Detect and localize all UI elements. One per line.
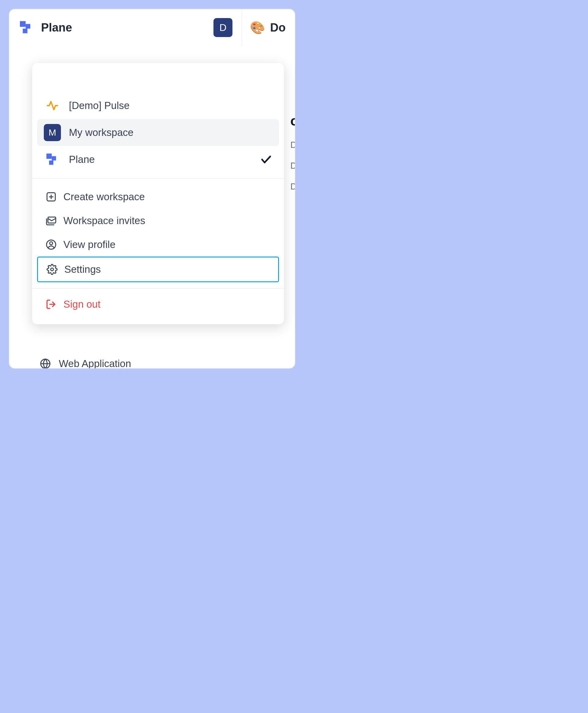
action-label: Create workspace (63, 191, 145, 203)
svg-point-12 (51, 268, 54, 271)
workspace-letter-icon: M (44, 124, 61, 141)
action-label: Workspace invites (63, 215, 145, 226)
pulse-icon (44, 97, 61, 114)
create-workspace-item[interactable]: Create workspace (37, 185, 279, 209)
gear-icon (46, 264, 58, 275)
workspace-label: Plane (69, 154, 252, 165)
bg-title-fragment: ole (290, 113, 295, 129)
workspace-label: [Demo] Pulse (69, 100, 272, 111)
workspace-invites-item[interactable]: Workspace invites (37, 209, 279, 233)
workspace-dropdown: [Demo] Pulse M My workspace Plane (32, 62, 284, 325)
svg-rect-1 (26, 24, 30, 28)
plus-square-icon (46, 191, 57, 202)
mail-stack-icon (46, 215, 57, 226)
action-label: View profile (63, 239, 115, 251)
settings-item[interactable]: Settings (37, 257, 279, 282)
workspace-title: Plane (41, 21, 72, 34)
signout-label: Sign out (63, 299, 101, 310)
app-window: Plane D 🎨 Do ole Dir Dir Dir [Demo] Puls… (8, 8, 296, 369)
workspace-label: My workspace (69, 127, 272, 138)
check-icon (260, 153, 272, 166)
svg-rect-4 (52, 156, 56, 160)
bg-row: Dir (290, 160, 295, 171)
top-bar: Plane D 🎨 Do (9, 9, 295, 46)
action-label: Settings (64, 264, 101, 275)
signout-item[interactable]: Sign out (37, 293, 279, 316)
svg-rect-3 (46, 154, 52, 159)
sidebar-item-label: Web Application (59, 358, 131, 369)
bg-row: Dir (290, 139, 295, 150)
action-list: Create workspace Workspace invites View … (32, 179, 284, 288)
palette-icon: 🎨 (250, 21, 265, 35)
view-profile-item[interactable]: View profile (37, 233, 279, 257)
workspace-item-my-workspace[interactable]: M My workspace (37, 119, 279, 146)
svg-rect-9 (48, 217, 56, 223)
workspace-item-demo-pulse[interactable]: [Demo] Pulse (37, 92, 279, 119)
logout-icon (46, 299, 57, 310)
avatar-letter: D (219, 22, 226, 34)
svg-rect-2 (23, 29, 27, 34)
project-name-fragment: Do (270, 21, 286, 34)
workspace-list: [Demo] Pulse M My workspace Plane (32, 92, 284, 178)
svg-rect-0 (20, 21, 26, 27)
plane-logo-icon (18, 19, 35, 36)
svg-rect-5 (49, 160, 53, 165)
bg-row: Dir (290, 181, 295, 192)
project-header[interactable]: 🎨 Do (242, 9, 286, 46)
user-avatar[interactable]: D (213, 18, 232, 37)
plane-logo-icon (44, 151, 61, 168)
globe-icon (40, 358, 51, 369)
workspace-item-plane[interactable]: Plane (37, 146, 279, 173)
user-circle-icon (46, 239, 57, 250)
svg-point-11 (49, 242, 53, 245)
signout-section: Sign out (32, 289, 284, 323)
workspace-header[interactable]: Plane D (9, 9, 242, 46)
sidebar-item-web-application[interactable]: Web Application (40, 358, 131, 369)
